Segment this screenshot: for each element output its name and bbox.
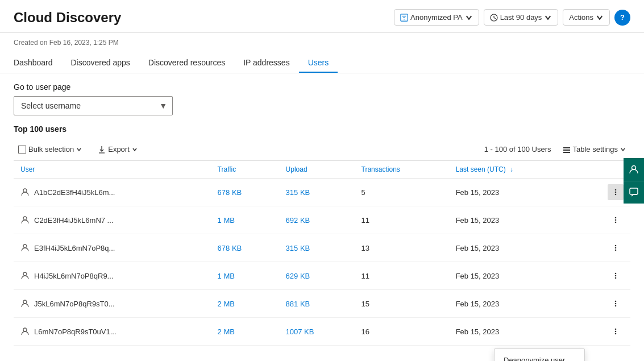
user-row-icon	[20, 243, 30, 252]
cell-traffic: 2 MB	[211, 318, 279, 346]
svg-point-22	[615, 247, 617, 249]
ellipsis-icon	[612, 188, 620, 196]
cell-user: E3fH4iJ5kL6mN7oP8q...	[14, 234, 211, 262]
svg-point-26	[615, 275, 617, 277]
export-button[interactable]: Export	[93, 143, 142, 156]
export-icon	[98, 146, 106, 153]
username-select-wrapper: Select username ▼	[14, 96, 173, 115]
actions-label: Actions	[569, 13, 593, 22]
svg-point-33	[615, 329, 617, 330]
svg-rect-9	[563, 147, 570, 148]
bulk-checkbox	[18, 146, 26, 153]
cell-traffic: 678 KB	[211, 234, 279, 262]
svg-point-12	[23, 189, 27, 192]
svg-point-34	[615, 331, 617, 333]
cell-last-seen: Feb 15, 2023	[449, 206, 577, 234]
svg-rect-37	[630, 188, 638, 194]
help-icon: ?	[620, 13, 625, 22]
date-filter-button[interactable]: Last 90 days	[484, 9, 559, 26]
svg-point-27	[615, 277, 617, 279]
cell-transactions: 5	[355, 179, 449, 206]
tabs-bar: Dashboard Discovered apps Discovered res…	[0, 47, 644, 73]
row-menu-button[interactable]	[608, 268, 624, 284]
side-person-button[interactable]	[624, 158, 644, 181]
row-menu-button[interactable]	[608, 240, 624, 256]
table-row: C2dE3fH4iJ5kL6mN7 ... 1 MB 692 KB 11 Feb…	[14, 206, 630, 234]
actions-button[interactable]: Actions	[563, 9, 610, 26]
chevron-down-icon	[465, 14, 473, 22]
tab-dashboard[interactable]: Dashboard	[14, 53, 62, 73]
row-menu-button[interactable]	[608, 184, 624, 200]
username-select[interactable]: Select username	[14, 96, 173, 115]
tab-users[interactable]: Users	[299, 53, 338, 73]
svg-point-18	[615, 219, 617, 221]
help-button[interactable]: ?	[614, 10, 630, 26]
bulk-selection-button[interactable]: Bulk selection	[14, 143, 86, 156]
cell-last-seen: Feb 15, 2023	[449, 318, 577, 346]
clock-icon	[490, 14, 498, 22]
table-row: H4iJ5kL6mN7oP8qR9... 1 MB 629 KB 11 Feb …	[14, 262, 630, 290]
table-settings-button[interactable]: Table settings	[558, 143, 631, 156]
filter-button[interactable]: Anonymized PA	[394, 9, 479, 26]
svg-point-21	[615, 245, 617, 247]
deanonymize-menu-item[interactable]: Deanonymize user...	[495, 351, 584, 361]
chat-side-icon	[629, 187, 639, 197]
bulk-chevron-icon	[76, 147, 82, 152]
table-row: L6mN7oP8qR9sT0uV1... 2 MB 1007 KB 16 Feb…	[14, 318, 630, 346]
ellipsis-icon	[612, 327, 620, 335]
cell-user: J5kL6mN7oP8qR9sT0...	[14, 290, 211, 318]
col-upload[interactable]: Upload	[279, 161, 355, 179]
tab-discovered-apps[interactable]: Discovered apps	[62, 53, 139, 73]
cell-transactions: 13	[355, 234, 449, 262]
col-user[interactable]: User	[14, 161, 211, 179]
cell-row-actions	[577, 262, 630, 290]
cell-traffic: 678 KB	[211, 179, 279, 206]
user-row-icon	[20, 327, 30, 336]
pagination-text: 1 - 100 of 100 Users	[484, 145, 551, 153]
date-label: Last 90 days	[500, 13, 542, 22]
svg-point-24	[23, 272, 27, 276]
export-label: Export	[108, 145, 130, 153]
svg-point-30	[615, 303, 617, 305]
table-settings-label: Table settings	[573, 145, 618, 153]
svg-rect-10	[563, 150, 570, 151]
cell-transactions: 11	[355, 262, 449, 290]
col-last-seen[interactable]: Last seen (UTC) ↓	[449, 161, 577, 179]
svg-point-31	[615, 305, 617, 307]
svg-point-14	[615, 192, 617, 193]
side-panel	[624, 158, 644, 204]
toolbar-right: 1 - 100 of 100 Users Table settings	[484, 143, 630, 156]
ellipsis-icon	[612, 300, 620, 308]
toolbar: Bulk selection Export 1 - 100 of 100 Use…	[14, 138, 630, 161]
row-menu-button[interactable]	[608, 296, 624, 312]
cell-upload: 629 KB	[279, 262, 355, 290]
table-row: A1bC2dE3fH4iJ5kL6m... 678 KB 315 KB 5 Fe…	[14, 179, 630, 206]
table-body: A1bC2dE3fH4iJ5kL6m... 678 KB 315 KB 5 Fe…	[14, 179, 630, 346]
table-settings-icon	[563, 146, 571, 153]
svg-point-35	[615, 333, 617, 335]
svg-point-29	[615, 301, 617, 302]
cell-upload: 881 KB	[279, 290, 355, 318]
cell-transactions: 11	[355, 206, 449, 234]
sort-down-icon: ↓	[510, 165, 513, 173]
cell-user: C2dE3fH4iJ5kL6mN7 ...	[14, 206, 211, 234]
ellipsis-icon	[612, 244, 620, 252]
row-menu-button[interactable]	[608, 212, 624, 228]
tab-discovered-resources[interactable]: Discovered resources	[139, 53, 234, 73]
cell-upload: 315 KB	[279, 234, 355, 262]
cell-user: H4iJ5kL6mN7oP8qR9...	[14, 262, 211, 290]
cell-last-seen: Feb 15, 2023	[449, 262, 577, 290]
col-transactions[interactable]: Transactions	[355, 161, 449, 179]
svg-point-16	[23, 217, 27, 220]
cell-row-actions	[577, 234, 630, 262]
header: Cloud Discovery Anonymized PA Last 90 da…	[0, 0, 644, 33]
ellipsis-icon	[612, 272, 620, 280]
cell-row-actions	[577, 318, 630, 346]
cell-last-seen: Feb 15, 2023	[449, 290, 577, 318]
context-menu: Deanonymize user...	[494, 348, 585, 361]
tab-ip-addresses[interactable]: IP addresses	[234, 53, 298, 73]
row-menu-button[interactable]	[608, 323, 624, 339]
person-side-icon	[629, 164, 639, 175]
side-chat-button[interactable]	[624, 181, 644, 204]
col-traffic[interactable]: Traffic	[211, 161, 279, 179]
